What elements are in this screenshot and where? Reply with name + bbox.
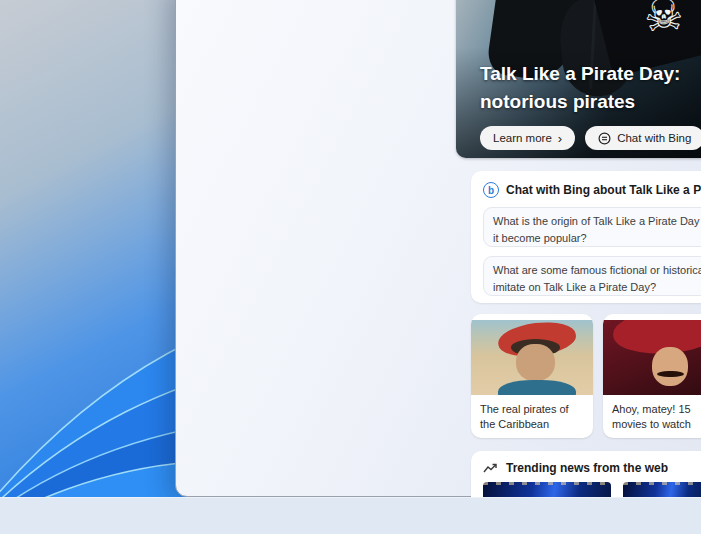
question-1-line2: it become popular?: [493, 230, 701, 247]
suggested-question-1[interactable]: What is the origin of Talk Like a Pirate…: [483, 207, 701, 247]
taskbar: Search: [0, 497, 701, 534]
story-card-row: The real pirates of the Caribbean Ahoy, …: [471, 314, 701, 438]
suggested-question-2[interactable]: What are some famous fictional or histor…: [483, 256, 701, 296]
hero-card-talk-like-a-pirate[interactable]: ☠ Talk Like a Pirate Day: notorious pira…: [456, 0, 701, 158]
chat-with-bing-card: b Chat with Bing about Talk Like a Pirat…: [471, 171, 701, 303]
chevron-right-icon: ›: [558, 132, 562, 145]
trending-header-text: Trending news from the web: [506, 461, 668, 475]
face-shape: [516, 344, 555, 382]
face-shape: [652, 347, 689, 386]
chat-bubble-icon: [598, 132, 611, 145]
learn-more-label: Learn more: [493, 132, 552, 144]
question-2-line1: What are some famous fictional or histor…: [493, 262, 701, 279]
story-caption: Ahoy, matey! 15 movies to watch: [603, 395, 701, 433]
trending-up-icon: [483, 463, 498, 474]
bing-chat-icon: b: [483, 182, 499, 198]
hero-title-line1: Talk Like a Pirate Day:: [480, 60, 680, 88]
hero-title-line2: notorious pirates: [480, 88, 680, 116]
search-flyout-panel: ☠ Talk Like a Pirate Day: notorious pira…: [175, 0, 701, 497]
pirate-painting-image: [471, 320, 593, 395]
desktop: ☠ Talk Like a Pirate Day: notorious pira…: [0, 0, 701, 534]
chat-with-bing-button[interactable]: Chat with Bing: [585, 126, 701, 150]
chat-with-bing-label: Chat with Bing: [617, 132, 691, 144]
chat-card-header-text: Chat with Bing about Talk Like a Pirate …: [506, 183, 701, 197]
chat-card-header: b Chat with Bing about Talk Like a Pirat…: [483, 182, 701, 198]
hero-buttons: Learn more › Chat with Bing: [480, 126, 701, 150]
hero-title: Talk Like a Pirate Day: notorious pirate…: [480, 60, 680, 116]
question-2-line2: imitate on Talk Like a Pirate Day?: [493, 279, 701, 296]
story-card-pirate-movies[interactable]: Ahoy, matey! 15 movies to watch: [603, 314, 701, 438]
question-1-line1: What is the origin of Talk Like a Pirate…: [493, 213, 701, 230]
trending-header: Trending news from the web: [483, 461, 701, 475]
story-card-real-pirates[interactable]: The real pirates of the Caribbean: [471, 314, 593, 438]
mustache-shape: [657, 371, 684, 378]
story-caption: The real pirates of the Caribbean: [471, 395, 593, 433]
collar-shape: [498, 380, 576, 395]
learn-more-button[interactable]: Learn more ›: [480, 126, 575, 150]
captain-hook-image: [603, 320, 701, 395]
